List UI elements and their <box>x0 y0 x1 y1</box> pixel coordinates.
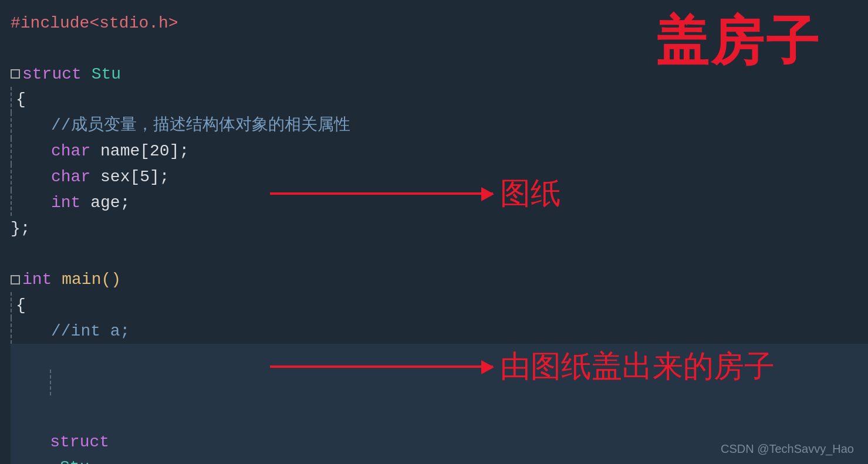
code-line-brace-open: { <box>11 87 868 113</box>
code-area: 盖房子 #include<stdio.h> struct Stu { //成员变… <box>0 0 868 464</box>
sex-field: sex[5]; <box>90 164 169 189</box>
stu-a-text: Stu <box>50 458 89 464</box>
brace-open2: { <box>16 293 26 318</box>
arrow-tuzi-container: 图纸 <box>270 173 561 214</box>
watermark: CSDN @TechSavvy_Hao <box>721 442 854 456</box>
code-line-int-main: int main() <box>11 267 868 292</box>
main-func: main() <box>52 267 121 292</box>
arrow-tuzi-line <box>270 192 493 195</box>
brace-open: { <box>16 87 26 112</box>
struct-keyword2: struct <box>50 433 109 451</box>
title-annotation: 盖房子 <box>656 6 821 77</box>
age-field: age; <box>80 190 130 215</box>
annotation-fangzi: 由图纸盖出来的房子 <box>500 346 775 387</box>
struct-keyword: struct <box>22 62 82 87</box>
arrow-fangzi-container: 由图纸盖出来的房子 <box>270 346 775 387</box>
include-text: #include<stdio.h> <box>11 11 178 36</box>
code-line-blank2 <box>11 242 868 267</box>
int-keyword-main: int <box>22 267 52 292</box>
annotation-tuzi: 图纸 <box>500 173 561 214</box>
code-line-brace-close-semi: }; <box>11 216 868 241</box>
brace-close-semi: }; <box>11 216 31 241</box>
struct-name: Stu <box>82 62 121 87</box>
int-keyword-age: int <box>51 190 80 215</box>
struct-marker-icon <box>11 69 20 79</box>
char-keyword-sex: char <box>51 164 90 189</box>
char-keyword-name: char <box>51 138 90 164</box>
comment-int-text: //int a; <box>51 319 130 344</box>
arrow-fangzi-line <box>270 365 493 368</box>
code-line-comment-int: //int a; <box>11 318 868 344</box>
main-marker-icon <box>11 275 20 285</box>
code-line-char-name: char name[20]; <box>11 138 868 164</box>
code-line-comment-member: //成员变量，描述结构体对象的相关属性 <box>11 113 868 138</box>
name-field: name[20]; <box>90 138 189 164</box>
code-line-brace-open2: { <box>11 292 868 318</box>
comment-member-text: //成员变量，描述结构体对象的相关属性 <box>51 113 350 138</box>
